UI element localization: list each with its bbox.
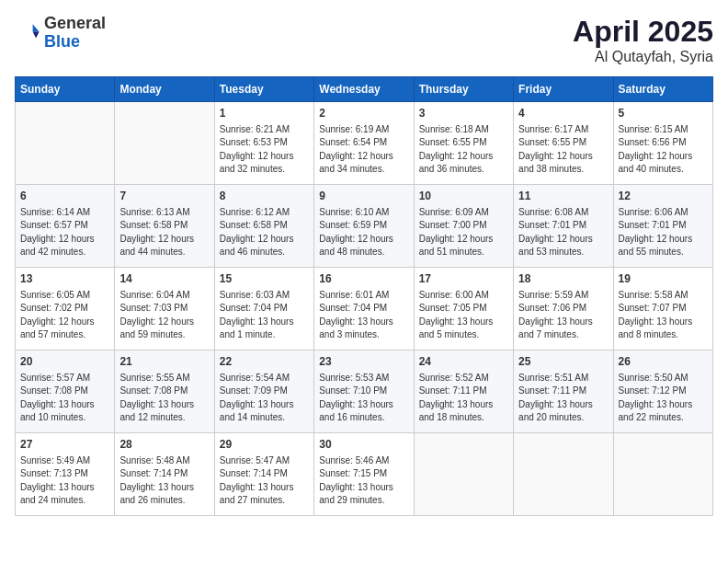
day-cell: 20Sunrise: 5:57 AM Sunset: 7:08 PM Dayli… (16, 350, 115, 433)
day-cell: 22Sunrise: 5:54 AM Sunset: 7:09 PM Dayli… (214, 350, 313, 433)
day-info: Sunrise: 6:18 AM Sunset: 6:55 PM Dayligh… (419, 123, 508, 177)
svg-marker-1 (33, 31, 40, 38)
day-info: Sunrise: 6:06 AM Sunset: 7:01 PM Dayligh… (619, 206, 708, 259)
day-cell: 3Sunrise: 6:18 AM Sunset: 6:55 PM Daylig… (414, 102, 513, 185)
day-number: 27 (20, 437, 109, 453)
day-number: 10 (419, 189, 508, 204)
day-info: Sunrise: 5:50 AM Sunset: 7:12 PM Dayligh… (619, 372, 708, 425)
logo: General Blue (15, 15, 106, 52)
day-number: 23 (319, 354, 408, 370)
day-number: 24 (419, 354, 508, 370)
day-number: 16 (319, 271, 408, 287)
day-info: Sunrise: 5:55 AM Sunset: 7:08 PM Dayligh… (119, 372, 209, 425)
day-info: Sunrise: 6:17 AM Sunset: 6:55 PM Dayligh… (518, 123, 608, 177)
day-cell: 15Sunrise: 6:03 AM Sunset: 7:04 PM Dayli… (214, 268, 313, 350)
day-cell: 10Sunrise: 6:09 AM Sunset: 7:00 PM Dayli… (414, 185, 513, 268)
week-row-2: 6Sunrise: 6:14 AM Sunset: 6:57 PM Daylig… (16, 185, 713, 268)
day-number: 25 (518, 354, 608, 370)
day-number: 13 (20, 271, 109, 287)
day-info: Sunrise: 6:13 AM Sunset: 6:58 PM Dayligh… (119, 206, 209, 259)
day-info: Sunrise: 6:14 AM Sunset: 6:57 PM Dayligh… (20, 206, 109, 259)
day-number: 30 (319, 437, 408, 453)
day-cell: 16Sunrise: 6:01 AM Sunset: 7:04 PM Dayli… (314, 268, 414, 350)
day-cell: 14Sunrise: 6:04 AM Sunset: 7:03 PM Dayli… (115, 268, 214, 350)
header-sunday: Sunday (16, 77, 115, 102)
day-cell: 17Sunrise: 6:00 AM Sunset: 7:05 PM Dayli… (414, 268, 513, 350)
day-number: 26 (619, 354, 708, 370)
header-friday: Friday (514, 77, 613, 102)
day-number: 15 (220, 271, 309, 287)
day-cell: 11Sunrise: 6:08 AM Sunset: 7:01 PM Dayli… (514, 185, 613, 268)
day-info: Sunrise: 6:03 AM Sunset: 7:04 PM Dayligh… (220, 289, 309, 342)
day-info: Sunrise: 5:54 AM Sunset: 7:09 PM Dayligh… (220, 372, 309, 425)
day-number: 18 (518, 271, 608, 287)
day-info: Sunrise: 6:08 AM Sunset: 7:01 PM Dayligh… (518, 206, 608, 259)
day-number: 7 (119, 189, 209, 204)
day-cell: 18Sunrise: 5:59 AM Sunset: 7:06 PM Dayli… (514, 268, 613, 350)
day-cell: 7Sunrise: 6:13 AM Sunset: 6:58 PM Daylig… (115, 185, 214, 268)
day-cell: 29Sunrise: 5:47 AM Sunset: 7:14 PM Dayli… (214, 433, 313, 516)
day-number: 1 (220, 106, 309, 121)
day-info: Sunrise: 6:21 AM Sunset: 6:53 PM Dayligh… (220, 123, 309, 177)
day-info: Sunrise: 5:51 AM Sunset: 7:11 PM Dayligh… (518, 372, 608, 425)
day-info: Sunrise: 6:04 AM Sunset: 7:03 PM Dayligh… (119, 289, 209, 342)
day-cell: 19Sunrise: 5:58 AM Sunset: 7:07 PM Dayli… (613, 268, 712, 350)
day-info: Sunrise: 5:52 AM Sunset: 7:11 PM Dayligh… (419, 372, 508, 425)
day-number: 8 (220, 189, 309, 204)
day-number: 12 (619, 189, 708, 204)
logo-icon (15, 20, 40, 46)
day-cell: 8Sunrise: 6:12 AM Sunset: 6:58 PM Daylig… (214, 185, 313, 268)
day-cell: 28Sunrise: 5:48 AM Sunset: 7:14 PM Dayli… (115, 433, 214, 516)
day-cell: 25Sunrise: 5:51 AM Sunset: 7:11 PM Dayli… (514, 350, 613, 433)
day-number: 5 (619, 106, 708, 121)
day-info: Sunrise: 5:57 AM Sunset: 7:08 PM Dayligh… (20, 372, 109, 425)
day-number: 4 (518, 106, 608, 121)
day-cell: 23Sunrise: 5:53 AM Sunset: 7:10 PM Dayli… (314, 350, 414, 433)
header-wednesday: Wednesday (314, 77, 414, 102)
day-info: Sunrise: 5:59 AM Sunset: 7:06 PM Dayligh… (518, 289, 608, 342)
day-number: 6 (20, 189, 109, 204)
day-cell (414, 433, 513, 516)
day-number: 3 (419, 106, 508, 121)
day-cell: 1Sunrise: 6:21 AM Sunset: 6:53 PM Daylig… (214, 102, 313, 185)
week-row-4: 20Sunrise: 5:57 AM Sunset: 7:08 PM Dayli… (16, 350, 713, 433)
day-number: 14 (119, 271, 209, 287)
day-info: Sunrise: 6:10 AM Sunset: 6:59 PM Dayligh… (319, 206, 408, 259)
week-row-5: 27Sunrise: 5:49 AM Sunset: 7:13 PM Dayli… (16, 433, 713, 516)
page-header: General Blue April 2025 Al Qutayfah, Syr… (15, 15, 713, 65)
day-cell: 4Sunrise: 6:17 AM Sunset: 6:55 PM Daylig… (514, 102, 613, 185)
day-info: Sunrise: 6:15 AM Sunset: 6:56 PM Dayligh… (619, 123, 708, 177)
day-cell (16, 102, 115, 185)
day-number: 21 (119, 354, 209, 370)
day-info: Sunrise: 5:48 AM Sunset: 7:14 PM Dayligh… (119, 454, 209, 508)
day-cell: 30Sunrise: 5:46 AM Sunset: 7:15 PM Dayli… (314, 433, 414, 516)
day-cell: 27Sunrise: 5:49 AM Sunset: 7:13 PM Dayli… (16, 433, 115, 516)
day-info: Sunrise: 5:58 AM Sunset: 7:07 PM Dayligh… (619, 289, 708, 342)
week-row-3: 13Sunrise: 6:05 AM Sunset: 7:02 PM Dayli… (16, 268, 713, 350)
day-info: Sunrise: 6:19 AM Sunset: 6:54 PM Dayligh… (319, 123, 408, 177)
day-cell: 9Sunrise: 6:10 AM Sunset: 6:59 PM Daylig… (314, 185, 414, 268)
day-info: Sunrise: 6:12 AM Sunset: 6:58 PM Dayligh… (220, 206, 309, 259)
calendar-table: Sunday Monday Tuesday Wednesday Thursday… (15, 76, 713, 516)
day-cell: 13Sunrise: 6:05 AM Sunset: 7:02 PM Dayli… (16, 268, 115, 350)
day-number: 2 (319, 106, 408, 121)
day-number: 20 (20, 354, 109, 370)
day-cell (115, 102, 214, 185)
day-number: 28 (119, 437, 209, 453)
day-number: 9 (319, 189, 408, 204)
day-info: Sunrise: 5:47 AM Sunset: 7:14 PM Dayligh… (220, 454, 309, 508)
calendar-subtitle: Al Qutayfah, Syria (573, 49, 713, 65)
header-row: Sunday Monday Tuesday Wednesday Thursday… (16, 77, 713, 102)
day-info: Sunrise: 6:09 AM Sunset: 7:00 PM Dayligh… (419, 206, 508, 259)
logo-general: General (44, 15, 106, 33)
header-tuesday: Tuesday (214, 77, 313, 102)
logo-blue: Blue (44, 33, 106, 52)
day-info: Sunrise: 6:00 AM Sunset: 7:05 PM Dayligh… (419, 289, 508, 342)
day-number: 22 (220, 354, 309, 370)
day-number: 17 (419, 271, 508, 287)
day-cell: 26Sunrise: 5:50 AM Sunset: 7:12 PM Dayli… (613, 350, 712, 433)
day-info: Sunrise: 5:49 AM Sunset: 7:13 PM Dayligh… (20, 454, 109, 508)
day-info: Sunrise: 5:46 AM Sunset: 7:15 PM Dayligh… (319, 454, 408, 508)
day-cell (514, 433, 613, 516)
svg-marker-0 (33, 24, 40, 31)
